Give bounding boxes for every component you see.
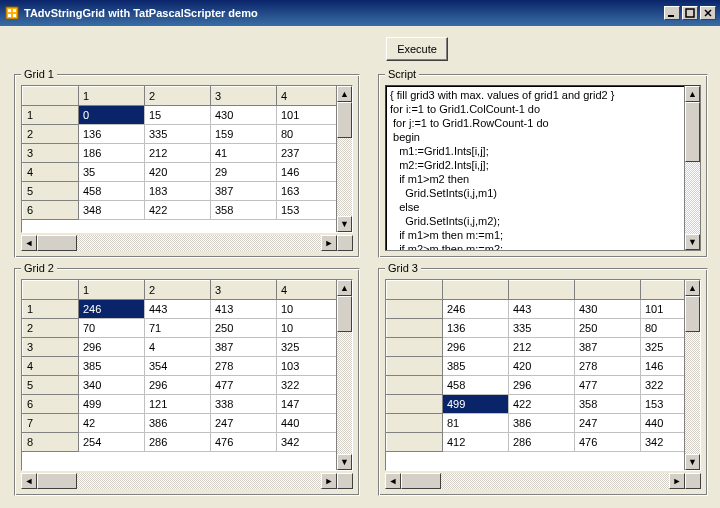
row-header[interactable]: 5: [23, 376, 79, 395]
cell[interactable]: 440: [277, 414, 337, 433]
scroll-left-icon[interactable]: ◄: [21, 473, 37, 489]
cell[interactable]: 29: [211, 163, 277, 182]
cell[interactable]: 385: [79, 357, 145, 376]
row-header[interactable]: 3: [23, 338, 79, 357]
cell[interactable]: 322: [641, 376, 685, 395]
scroll-right-icon[interactable]: ►: [321, 235, 337, 251]
grid1-vertical-scrollbar[interactable]: ▲ ▼: [336, 86, 352, 232]
row-header[interactable]: 2: [23, 125, 79, 144]
column-header[interactable]: 4: [277, 87, 337, 106]
cell[interactable]: 286: [509, 433, 575, 452]
scrollbar-thumb[interactable]: [37, 235, 77, 251]
scroll-down-icon[interactable]: ▼: [685, 454, 700, 470]
cell[interactable]: 81: [443, 414, 509, 433]
column-header[interactable]: [23, 281, 79, 300]
cell[interactable]: 325: [277, 338, 337, 357]
grid2-horizontal-scrollbar[interactable]: ◄ ►: [21, 473, 353, 489]
row-header[interactable]: 3: [23, 144, 79, 163]
cell[interactable]: 443: [145, 300, 211, 319]
cell[interactable]: 186: [79, 144, 145, 163]
scroll-right-icon[interactable]: ►: [669, 473, 685, 489]
script-vertical-scrollbar[interactable]: ▲ ▼: [684, 86, 700, 250]
cell[interactable]: 443: [509, 300, 575, 319]
scrollbar-thumb[interactable]: [401, 473, 441, 489]
cell[interactable]: 159: [211, 125, 277, 144]
cell[interactable]: 278: [211, 357, 277, 376]
scrollbar-thumb[interactable]: [685, 102, 700, 162]
cell[interactable]: 296: [145, 376, 211, 395]
row-header[interactable]: 6: [23, 201, 79, 220]
cell[interactable]: 422: [145, 201, 211, 220]
maximize-button[interactable]: [682, 6, 698, 20]
scroll-right-icon[interactable]: ►: [321, 473, 337, 489]
cell[interactable]: 136: [443, 319, 509, 338]
column-header[interactable]: [575, 281, 641, 300]
cell[interactable]: 163: [277, 182, 337, 201]
cell[interactable]: 254: [79, 433, 145, 452]
row-header[interactable]: 1: [23, 106, 79, 125]
cell[interactable]: 335: [509, 319, 575, 338]
cell[interactable]: 322: [277, 376, 337, 395]
scroll-left-icon[interactable]: ◄: [385, 473, 401, 489]
column-header[interactable]: 4: [277, 281, 337, 300]
column-header[interactable]: [509, 281, 575, 300]
cell[interactable]: 15: [145, 106, 211, 125]
cell[interactable]: 70: [79, 319, 145, 338]
column-header[interactable]: 2: [145, 281, 211, 300]
cell[interactable]: 420: [509, 357, 575, 376]
grid3-vertical-scrollbar[interactable]: ▲ ▼: [684, 280, 700, 470]
cell[interactable]: 4: [145, 338, 211, 357]
cell[interactable]: 0: [79, 106, 145, 125]
column-header[interactable]: 3: [211, 87, 277, 106]
cell[interactable]: 296: [509, 376, 575, 395]
scrollbar-thumb[interactable]: [37, 473, 77, 489]
cell[interactable]: 103: [277, 357, 337, 376]
row-header[interactable]: [387, 300, 443, 319]
cell[interactable]: 278: [575, 357, 641, 376]
cell[interactable]: 42: [79, 414, 145, 433]
cell[interactable]: 10: [277, 319, 337, 338]
grid1-horizontal-scrollbar[interactable]: ◄ ►: [21, 235, 353, 251]
script-text[interactable]: { fill grid3 with max. values of grid1 a…: [390, 88, 680, 248]
cell[interactable]: 101: [277, 106, 337, 125]
cell[interactable]: 296: [79, 338, 145, 357]
cell[interactable]: 296: [443, 338, 509, 357]
cell[interactable]: 153: [641, 395, 685, 414]
scroll-up-icon[interactable]: ▲: [337, 280, 352, 296]
grid1[interactable]: 1234101543010121363351598031862124123743…: [21, 85, 353, 233]
column-header[interactable]: 1: [79, 87, 145, 106]
cell[interactable]: 387: [211, 182, 277, 201]
scrollbar-thumb[interactable]: [337, 296, 352, 332]
row-header[interactable]: 5: [23, 182, 79, 201]
row-header[interactable]: [387, 338, 443, 357]
close-button[interactable]: [700, 6, 716, 20]
grid2-vertical-scrollbar[interactable]: ▲ ▼: [336, 280, 352, 470]
column-header[interactable]: 3: [211, 281, 277, 300]
cell[interactable]: 499: [79, 395, 145, 414]
row-header[interactable]: [387, 319, 443, 338]
cell[interactable]: 147: [277, 395, 337, 414]
row-header[interactable]: [387, 395, 443, 414]
cell[interactable]: 440: [641, 414, 685, 433]
cell[interactable]: 250: [211, 319, 277, 338]
cell[interactable]: 385: [443, 357, 509, 376]
row-header[interactable]: 6: [23, 395, 79, 414]
cell[interactable]: 153: [277, 201, 337, 220]
cell[interactable]: 338: [211, 395, 277, 414]
column-header[interactable]: [443, 281, 509, 300]
cell[interactable]: 354: [145, 357, 211, 376]
cell[interactable]: 80: [277, 125, 337, 144]
cell[interactable]: 387: [575, 338, 641, 357]
cell[interactable]: 358: [211, 201, 277, 220]
cell[interactable]: 35: [79, 163, 145, 182]
minimize-button[interactable]: [664, 6, 680, 20]
row-header[interactable]: 7: [23, 414, 79, 433]
scroll-up-icon[interactable]: ▲: [685, 280, 700, 296]
cell[interactable]: 476: [575, 433, 641, 452]
cell[interactable]: 335: [145, 125, 211, 144]
scroll-up-icon[interactable]: ▲: [337, 86, 352, 102]
cell[interactable]: 121: [145, 395, 211, 414]
cell[interactable]: 146: [277, 163, 337, 182]
column-header[interactable]: 2: [145, 87, 211, 106]
cell[interactable]: 212: [145, 144, 211, 163]
